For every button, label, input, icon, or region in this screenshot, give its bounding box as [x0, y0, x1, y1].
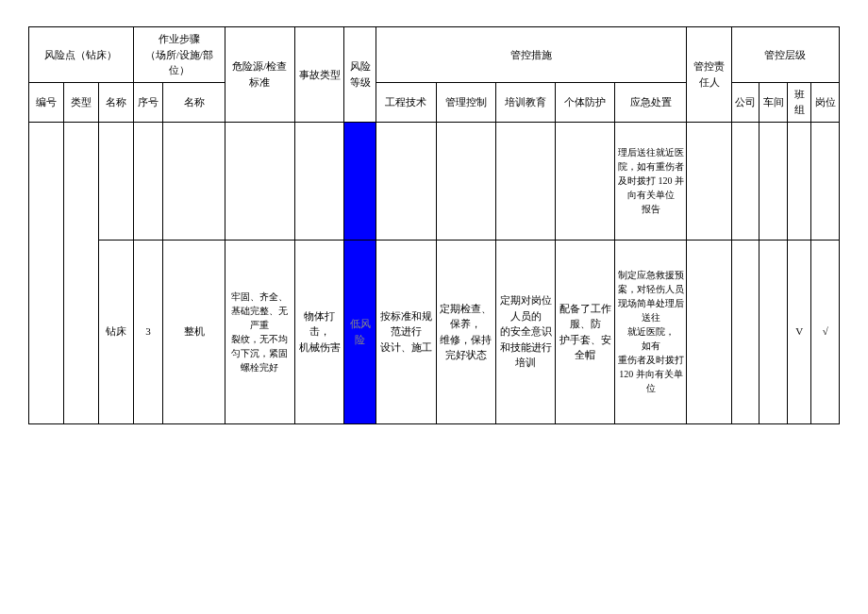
header-emergency: 应急处置 [615, 82, 687, 122]
cell-training [495, 122, 555, 240]
cell-risk-level [344, 122, 376, 240]
header-eng-tech: 工程技术 [376, 82, 436, 122]
header-accident: 事故类型 [294, 27, 344, 123]
cell-ppe: 配备了工作服、防 护手套、安全帽 [556, 240, 615, 423]
cell-team: V [788, 240, 811, 423]
cell-emergency: 制定应急救援预 案，对轻伤人员现场简单处理后送往 就近医院， 如有 重伤者及时拨… [615, 240, 687, 423]
cell-accident: 物体打击， 机械伤害 [294, 240, 344, 423]
header-number: 编号 [29, 82, 64, 122]
cell-workshop [760, 240, 788, 423]
cell-company [731, 122, 760, 240]
header-workshop: 车间 [760, 82, 788, 122]
cell-post [811, 122, 840, 240]
cell-eng-tech: 按标准和规范进行 设计、施工 [376, 240, 436, 423]
cell-type [63, 122, 98, 423]
cell-company [731, 240, 760, 423]
cell-accident [294, 122, 344, 240]
cell-name [98, 122, 133, 240]
cell-seq [133, 122, 163, 240]
header-control-level: 管控层级 [731, 27, 839, 83]
cell-hazard [225, 122, 294, 240]
header-control-measures: 管控措施 [376, 27, 687, 83]
cell-hazard: 牢固、齐全、基础完整、无严重 裂纹，无不均匀下沉，紧固螺栓完好 [225, 240, 294, 423]
cell-risk-level: 低风险 [344, 240, 376, 423]
cell-step-name [163, 122, 225, 240]
cell-responsible [687, 240, 731, 423]
cell-step-name: 整机 [163, 240, 225, 423]
cell-seq: 3 [133, 240, 163, 423]
cell-workshop [760, 122, 788, 240]
header-seq: 序号 [133, 82, 163, 122]
header-training: 培训教育 [495, 82, 555, 122]
cell-mgmt-ctrl: 定期检查、保养， 维修，保持完好状态 [436, 240, 495, 423]
header-name: 名称 [98, 82, 133, 122]
header-mgmt-ctrl: 管理控制 [436, 82, 495, 122]
cell-name: 钻床 [98, 240, 133, 423]
cell-training: 定期对岗位人员的 的安全意识和技能进行培训 [495, 240, 555, 423]
cell-eng-tech [376, 122, 436, 240]
cell-ppe [556, 122, 615, 240]
header-step-name: 名称 [163, 82, 225, 122]
header-hazard: 危险源/检查标准 [225, 27, 294, 123]
cell-responsible [687, 122, 731, 240]
header-risk-point: 风险点（钻床） [29, 27, 134, 83]
table-row: 理后送往就近医院，如有重伤者及时拨打 120 并向有关单位 报告 [29, 122, 840, 240]
header-company: 公司 [731, 82, 760, 122]
header-type: 类型 [63, 82, 98, 122]
header-post: 岗位 [811, 82, 840, 122]
cell-mgmt-ctrl [436, 122, 495, 240]
cell-post: √ [811, 240, 840, 423]
header-team: 班组 [788, 82, 811, 122]
table-row: 钻床 3 整机 牢固、齐全、基础完整、无严重 裂纹，无不均匀下沉，紧固螺栓完好 … [29, 240, 840, 423]
header-risk-level: 风险等级 [344, 27, 376, 123]
cell-emergency: 理后送往就近医院，如有重伤者及时拨打 120 并向有关单位 报告 [615, 122, 687, 240]
cell-number [29, 122, 64, 423]
header-responsible: 管控责任人 [687, 27, 731, 123]
cell-team [788, 122, 811, 240]
header-work-step: 作业步骤 （场所/设施/部位） [133, 27, 225, 83]
header-ppe: 个体防护 [556, 82, 615, 122]
